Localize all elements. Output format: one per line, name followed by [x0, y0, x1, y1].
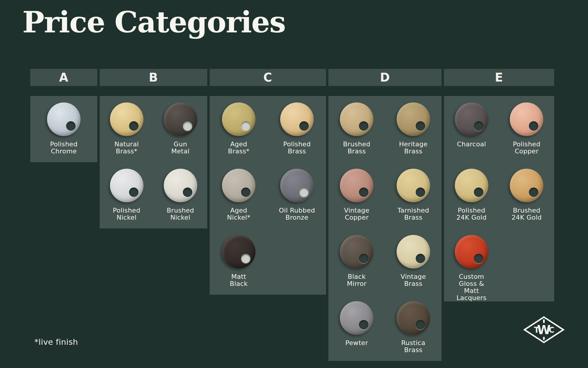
finish-disc-tarnished-brass	[397, 169, 430, 202]
finish-label-oil-rubbed-bronze: Oil Rubbed Bronze	[279, 207, 315, 221]
finish-label-polished-copper: Polished Copper	[513, 141, 540, 155]
finish-disc-matt-black	[222, 235, 255, 268]
finish-disc-heritage-brass	[397, 102, 430, 136]
finish-label-polished-brass: Polished Brass	[283, 141, 310, 155]
finish-disc-polished-nickel	[110, 169, 143, 202]
tag-hole-icon	[359, 188, 368, 197]
swatch-matt-black: Matt Black	[210, 228, 268, 287]
finish-disc-polished-brass	[280, 102, 314, 136]
swatch-polished-chrome: Polished Chrome	[30, 96, 97, 155]
finish-label-pewter: Pewter	[345, 339, 368, 347]
swatch-black-mirror: Black Mirror	[328, 228, 385, 287]
category-panels: Polished ChromeNatural Brass*Gun MetalPo…	[30, 96, 554, 361]
swatch-brushed-24k-gold: Brushed 24K Gold	[499, 162, 554, 221]
finish-label-gun-metal: Gun Metal	[171, 141, 189, 155]
swatch-polished-brass: Polished Brass	[268, 96, 326, 155]
swatch-brushed-nickel: Brushed Nickel	[153, 162, 207, 221]
swatch-heritage-brass: Heritage Brass	[385, 96, 442, 155]
finish-label-polished-chrome: Polished Chrome	[50, 141, 77, 155]
finish-label-polished-24k-gold: Polished 24K Gold	[457, 207, 487, 221]
swatch-polished-copper: Polished Copper	[499, 96, 554, 155]
tag-hole-icon	[416, 254, 425, 263]
twc-logo: T W C	[523, 316, 564, 344]
finish-disc-aged-brass	[222, 102, 255, 136]
finish-disc-brushed-brass	[340, 102, 373, 136]
finish-disc-polished-chrome	[47, 102, 81, 136]
tag-hole-icon	[241, 254, 250, 263]
tag-hole-icon	[416, 121, 425, 131]
swatch-tarnished-brass: Tarnished Brass	[385, 162, 442, 221]
tag-hole-icon	[359, 121, 368, 131]
tag-hole-icon	[241, 188, 250, 197]
finish-disc-charcoal	[455, 102, 488, 136]
category-header-e: E	[444, 69, 554, 86]
tag-hole-icon	[129, 188, 138, 197]
category-panel-b: Natural Brass*Gun MetalPolished NickelBr…	[100, 96, 207, 228]
finish-label-custom-gloss-matt-lacquers: Custom Gloss & Matt Lacquers	[457, 273, 487, 301]
tag-hole-icon	[183, 188, 192, 197]
swatch-polished-nickel: Polished Nickel	[100, 162, 153, 221]
category-panel-a: Polished Chrome	[30, 96, 97, 162]
tag-hole-icon	[241, 121, 250, 131]
tag-hole-icon	[474, 188, 483, 197]
tag-hole-icon	[416, 320, 425, 329]
tag-hole-icon	[474, 121, 483, 131]
swatch-oil-rubbed-bronze: Oil Rubbed Bronze	[268, 162, 326, 221]
swatch-brushed-brass: Brushed Brass	[328, 96, 385, 155]
finish-disc-natural-brass	[110, 102, 143, 136]
finish-label-aged-brass: Aged Brass*	[228, 141, 249, 155]
swatch-pewter: Pewter	[328, 295, 385, 347]
finish-label-brushed-nickel: Brushed Nickel	[167, 207, 194, 221]
finish-disc-pewter	[340, 301, 373, 335]
category-header-b: B	[100, 69, 207, 86]
finish-disc-polished-copper	[510, 102, 543, 136]
finish-label-rustica-brass: Rustica Brass	[401, 339, 425, 354]
logo-letter-c: C	[549, 326, 554, 334]
finish-disc-oil-rubbed-bronze	[280, 169, 314, 202]
tag-hole-icon	[66, 121, 76, 131]
swatch-natural-brass: Natural Brass*	[100, 96, 153, 155]
finish-label-charcoal: Charcoal	[457, 141, 486, 148]
finish-disc-polished-24k-gold	[455, 169, 488, 202]
finish-disc-aged-nickel	[222, 169, 255, 202]
finish-label-heritage-brass: Heritage Brass	[399, 141, 427, 155]
finish-label-matt-black: Matt Black	[230, 273, 248, 287]
tag-hole-icon	[474, 254, 483, 263]
swatch-vintage-brass: Vintage Brass	[385, 228, 442, 287]
swatch-custom-gloss-matt-lacquers: Custom Gloss & Matt Lacquers	[444, 228, 499, 301]
tag-hole-icon	[299, 188, 309, 197]
swatch-rustica-brass: Rustica Brass	[385, 295, 442, 354]
finish-label-brushed-brass: Brushed Brass	[343, 141, 370, 155]
category-header-c: C	[210, 69, 326, 86]
category-panel-c: Aged Brass*Polished BrassAged Nickel*Oil…	[210, 96, 326, 295]
swatch-gun-metal: Gun Metal	[153, 96, 207, 155]
logo-bottom-dot	[543, 337, 545, 340]
tag-hole-icon	[529, 188, 538, 197]
finish-disc-brushed-nickel	[164, 169, 197, 202]
tag-hole-icon	[299, 121, 309, 131]
swatch-vintage-copper: Vintage Copper	[328, 162, 385, 221]
finish-disc-brushed-24k-gold	[510, 169, 543, 202]
category-panel-e: CharcoalPolished CopperPolished 24K Gold…	[444, 96, 554, 301]
finish-label-aged-nickel: Aged Nickel*	[227, 207, 250, 221]
live-finish-footnote: *live finish	[34, 337, 78, 347]
finish-disc-rustica-brass	[397, 301, 430, 335]
category-header-a: A	[30, 69, 97, 86]
swatch-polished-24k-gold: Polished 24K Gold	[444, 162, 499, 221]
tag-hole-icon	[359, 320, 368, 329]
finish-label-natural-brass: Natural Brass*	[114, 141, 139, 155]
finish-label-black-mirror: Black Mirror	[347, 273, 367, 287]
finish-label-vintage-brass: Vintage Brass	[401, 273, 426, 287]
tag-hole-icon	[183, 121, 192, 131]
swatch-aged-brass: Aged Brass*	[210, 96, 268, 155]
swatch-aged-nickel: Aged Nickel*	[210, 162, 268, 221]
finish-disc-black-mirror	[340, 235, 373, 268]
tag-hole-icon	[129, 121, 138, 131]
category-header-d: D	[328, 69, 442, 86]
finish-label-tarnished-brass: Tarnished Brass	[397, 207, 429, 221]
page-title: Price Categories	[22, 5, 285, 39]
tag-hole-icon	[416, 188, 425, 197]
category-panel-d: Brushed BrassHeritage BrassVintage Coppe…	[328, 96, 442, 361]
finish-label-polished-nickel: Polished Nickel	[113, 207, 140, 221]
price-categories-infographic: Price Categories ABCDE Polished ChromeNa…	[0, 0, 588, 368]
